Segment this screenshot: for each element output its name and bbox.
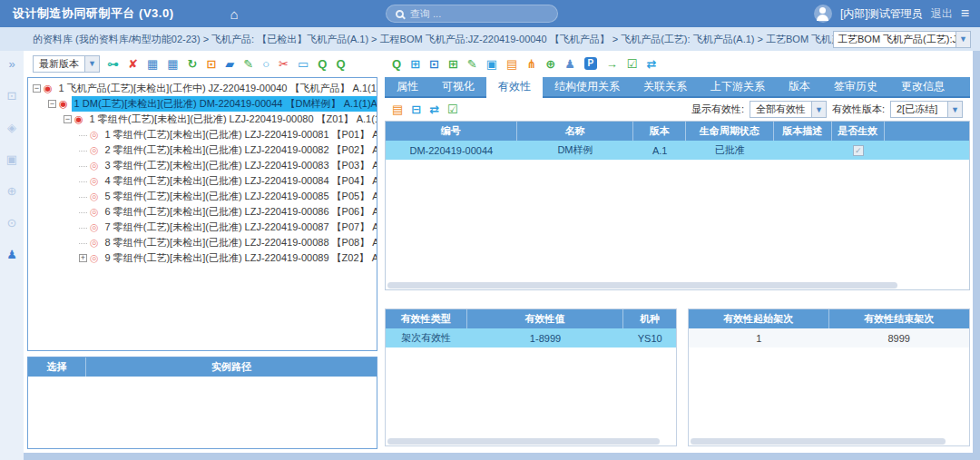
search-icon[interactable]: Q (318, 58, 327, 70)
report-check-icon[interactable]: ☑ (627, 58, 638, 70)
chevron-down-icon[interactable]: ▼ (956, 32, 970, 47)
global-search-input[interactable]: 查询 ... (386, 5, 558, 23)
paste-add-icon[interactable]: ⊞ (410, 58, 420, 70)
tree-node[interactable]: ◎8 零组件(工艺)[未检出](已批准) LZJ-220419-00088 【P… (28, 235, 377, 250)
save-icon[interactable]: ▤ (506, 58, 517, 70)
tree-node[interactable]: −◉1 零组件(工艺)[未检出](已批准) LZJ-220419-00080 【… (28, 112, 377, 127)
delete-icon[interactable]: ✘ (128, 58, 138, 70)
screen-share-icon[interactable]: ⊙ (7, 217, 17, 229)
forward-icon[interactable]: → (606, 58, 618, 70)
copy-window-icon[interactable]: ⊡ (206, 58, 216, 70)
tree-node[interactable]: ◎3 零组件(工艺)[未检出](已批准) LZJ-220419-00083 【P… (28, 158, 377, 173)
refresh-icon[interactable]: ↻ (188, 58, 198, 70)
users-icon[interactable]: ♟ (564, 58, 575, 70)
swap-icon[interactable]: ⇄ (646, 58, 656, 70)
team-icon[interactable]: ♟ (6, 249, 17, 260)
tree-node[interactable]: −◉1 飞机产品(工艺)[未检出](工作中) JZ-220419-00040 【… (28, 81, 377, 96)
context-select[interactable]: 工艺BOM 飞机产品(工艺):JZ... ▼ (833, 31, 971, 48)
folder-icon[interactable]: ▰ (225, 58, 234, 70)
version-select[interactable]: 最新版本 ▼ (33, 55, 100, 73)
publish-icon[interactable]: P (584, 57, 597, 70)
table-row[interactable]: DM-220419-00044DM样例A.1已批准✓ (386, 141, 969, 160)
horizontal-scrollbar[interactable] (386, 281, 969, 289)
box-3d-icon[interactable]: ◈ (7, 122, 16, 133)
column-header[interactable]: 有效性值 (467, 309, 624, 328)
tree-node[interactable]: ◎4 零组件(工艺)[未检出](已批准) LZJ-220419-00084 【P… (28, 173, 377, 189)
table-row[interactable]: 架次有效性1-8999YS10 (386, 328, 676, 347)
grid-config-icon[interactable]: ▦ (147, 58, 158, 70)
tab-5[interactable]: 上下游关系 (699, 77, 777, 98)
select-area-icon[interactable]: ▭ (298, 58, 309, 70)
tab-3[interactable]: 结构使用关系 (543, 77, 632, 98)
tree-node[interactable]: ◎2 零组件(工艺)[未检出](已批准) LZJ-220419-00082 【P… (28, 142, 377, 158)
structure-compare-icon[interactable]: ⊶ (107, 58, 119, 70)
effective-checkbox[interactable]: ✓ (853, 145, 864, 156)
expand-icon[interactable]: + (79, 254, 87, 262)
tab-7[interactable]: 签审历史 (822, 77, 889, 98)
edit-icon[interactable]: ✎ (243, 58, 253, 70)
tree-node[interactable]: ◎7 零组件(工艺)[未检出](已批准) LZJ-220419-00087 【P… (28, 220, 377, 235)
tab-0[interactable]: 属性 (385, 77, 430, 98)
chevron-down-icon[interactable]: ▼ (811, 102, 826, 117)
column-header[interactable]: 选择 (28, 357, 86, 377)
save-icon[interactable]: ▤ (392, 103, 403, 115)
scrollbar-thumb[interactable] (387, 438, 660, 445)
tree-node[interactable]: ◎6 零组件(工艺)[未检出](已批准) LZJ-220419-00086 【P… (28, 204, 377, 220)
search-icon[interactable]: Q (392, 58, 401, 70)
menu-icon[interactable]: ≡ (961, 5, 969, 22)
tab-8[interactable]: 更改信息 (889, 77, 956, 98)
collapse-icon[interactable]: − (33, 84, 41, 93)
collapse-icon[interactable]: − (64, 115, 72, 123)
export-doc-icon[interactable]: ⊟ (411, 103, 421, 115)
grid-config-alt-icon[interactable]: ▦ (167, 58, 178, 70)
tab-2[interactable]: 有效性 (486, 77, 543, 98)
column-header[interactable]: 生命周期状态 (686, 122, 773, 141)
plugin-icon[interactable]: ⊕ (7, 185, 17, 197)
column-header[interactable]: 版本 (633, 122, 686, 141)
collapse-icon[interactable]: − (48, 100, 56, 108)
column-header[interactable]: 有效性结束架次 (829, 309, 970, 328)
horizontal-scrollbar[interactable] (689, 437, 969, 445)
cut-icon[interactable]: ✂ (279, 58, 289, 70)
tree-node[interactable]: ◎1 零组件(工艺)[未检出](已批准) LZJ-220419-00081 【P… (28, 127, 377, 142)
tab-4[interactable]: 关联关系 (632, 77, 699, 98)
chevron-down-icon[interactable]: ▼ (947, 102, 962, 117)
edit-doc-icon[interactable]: ✎ (467, 58, 477, 70)
tree-node[interactable]: −◉1 DM(工艺)[未检出](已批准) DM-220419-00044 【DM… (28, 96, 377, 112)
monitor-icon[interactable]: ⊡ (7, 90, 17, 102)
swap-icon[interactable]: ⇄ (429, 103, 439, 115)
user-avatar-icon[interactable] (814, 5, 832, 23)
column-header[interactable]: 有效性起始架次 (689, 309, 829, 328)
effectivity-version-select[interactable]: 2[已冻结] ▼ (890, 101, 963, 118)
column-header[interactable]: 实例路径 (86, 357, 377, 377)
show-effectivity-select[interactable]: 全部有效性 ▼ (750, 101, 827, 118)
column-header[interactable]: 名称 (517, 122, 634, 141)
home-icon[interactable]: ⌂ (230, 6, 239, 22)
column-header[interactable]: 是否生效 (832, 122, 885, 141)
clipboard-icon[interactable]: ▣ (486, 58, 497, 70)
scrollbar-thumb[interactable] (691, 438, 946, 445)
horizontal-scrollbar[interactable] (386, 437, 676, 445)
layers-icon[interactable]: ▣ (6, 153, 17, 165)
search-alt-icon[interactable]: Q (336, 58, 345, 70)
scrollbar-thumb[interactable] (387, 282, 897, 289)
column-header[interactable]: 有效性类型 (386, 309, 467, 328)
column-header[interactable]: 编号 (386, 122, 517, 141)
tree-node[interactable]: +◎9 零组件(工艺)[未检出](已批准) LZJ-220419-00089 【… (28, 250, 377, 266)
breadcrumb[interactable]: 的资料库 (我的资料库/构型功能02-23) > 飞机产品: 【已检出】飞机产品… (33, 33, 833, 46)
column-header[interactable]: 版本描述 (774, 122, 832, 141)
chevron-down-icon[interactable]: ▼ (84, 56, 99, 72)
tab-6[interactable]: 版本 (777, 77, 822, 98)
tab-1[interactable]: 可视化 (430, 77, 486, 98)
expand-panel-icon[interactable]: » (8, 58, 15, 70)
table-row[interactable]: 18999 (689, 328, 969, 347)
paste-search-icon[interactable]: ⊡ (429, 58, 439, 70)
column-header[interactable] (885, 122, 969, 141)
column-header[interactable]: 机种 (623, 309, 676, 328)
doc-add-icon[interactable]: ⊕ (545, 58, 555, 70)
tree-node[interactable]: ◎5 零组件(工艺)[未检出](已批准) LZJ-220419-00085 【P… (28, 189, 377, 204)
report-check-icon[interactable]: ☑ (447, 103, 458, 115)
paste-new-icon[interactable]: ⊞ (448, 58, 458, 70)
sync-circle-icon[interactable]: ○ (262, 58, 270, 70)
structure-tree-icon[interactable]: ⋔ (526, 58, 536, 70)
